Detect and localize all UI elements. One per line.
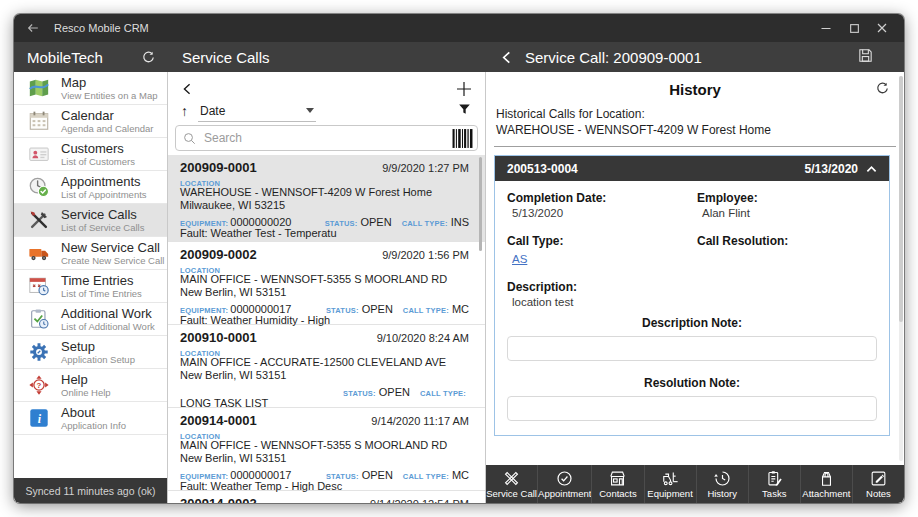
call-datetime: 9/14/2020 12:54 PM — [370, 498, 469, 503]
add-service-call-button[interactable] — [456, 81, 472, 97]
description-value: location test — [507, 295, 687, 310]
address-line2: New Berlin, WI 53151 — [180, 286, 469, 299]
address-line2: New Berlin, WI 53151 — [180, 452, 469, 465]
sidebar-item-customers[interactable]: CustomersList of Customers — [14, 138, 167, 171]
status-label: STATUS: — [326, 306, 359, 315]
detail-back-icon[interactable] — [500, 50, 513, 65]
search-icon — [183, 132, 196, 145]
sidebar-item-appointments[interactable]: AppointmentsList of Appointments — [14, 171, 167, 204]
service-call-row[interactable]: 200914-00019/14/2020 11:17 AM LOCATION M… — [168, 408, 485, 491]
sort-field-value: Date — [200, 104, 225, 118]
call-id: 200909-0001 — [180, 160, 257, 175]
help-icon: ? — [27, 374, 50, 397]
barcode-scan-icon[interactable] — [452, 129, 473, 148]
address-line1: MAIN OFFICE - ACCURATE-12500 CLEVELAND A… — [180, 356, 469, 369]
detail-scrollbar[interactable] — [899, 76, 903, 461]
call-id: 200914-0001 — [180, 413, 257, 428]
address-line2: New Berlin, WI 53151 — [180, 369, 469, 382]
status-value: OPEN — [360, 216, 391, 228]
detail-panel-title: Service Call: 200909-0001 — [525, 49, 702, 66]
additional-work-icon — [27, 308, 50, 331]
call-datetime: 9/9/2020 1:56 PM — [382, 249, 469, 261]
list-scrollbar[interactable] — [479, 157, 482, 251]
window-title: Resco Mobile CRM — [54, 22, 149, 34]
sidebar-item-sublabel: Application Info — [61, 420, 126, 431]
sidebar-item-new-service-call[interactable]: New Service CallCreate New Service Call — [14, 237, 167, 270]
save-icon[interactable] — [857, 47, 874, 67]
sidebar-item-about[interactable]: i AboutApplication Info — [14, 402, 167, 435]
minimize-button[interactable] — [812, 17, 840, 39]
service-calls-list-panel: ↑ Date 200909-000 — [168, 72, 486, 503]
address-line2: Milwaukee, WI 53215 — [180, 199, 469, 212]
sidebar-item-label: New Service Call — [61, 240, 164, 255]
description-label: Description: — [507, 280, 687, 295]
titlebar-back-icon[interactable] — [26, 21, 40, 35]
sync-status-bar: Synced 11 minutes ago (ok) — [14, 478, 167, 503]
status-value: OPEN — [362, 469, 393, 481]
search-box — [175, 125, 478, 151]
toolbar-attachment[interactable]: Attachment — [800, 465, 852, 503]
sidebar-item-label: Customers — [61, 141, 135, 156]
calendar-icon — [27, 110, 50, 133]
history-icon — [713, 469, 732, 488]
call-id: 200910-0001 — [180, 330, 257, 345]
toolbar-equipment[interactable]: Equipment — [644, 465, 696, 503]
call-id: 200914-0002 — [180, 496, 257, 503]
toolbar-notes[interactable]: Notes — [852, 465, 904, 503]
service-call-icon — [502, 469, 521, 488]
sidebar-item-calendar[interactable]: CalendarAgenda and Calendar — [14, 105, 167, 138]
attachment-icon — [817, 469, 836, 488]
refresh-icon[interactable] — [875, 81, 890, 100]
map-icon — [27, 77, 50, 100]
completion-date-value: 5/13/2020 — [507, 206, 687, 221]
address-line1: MAIN OFFICE - WENNSOFT-5355 S MOORLAND R… — [180, 273, 469, 286]
toolbar-contacts[interactable]: Contacts — [591, 465, 643, 503]
sidebar-item-sublabel: List of Additional Work — [61, 321, 155, 332]
sidebar-item-map[interactable]: MapView Entities on a Map — [14, 72, 167, 105]
chevron-down-icon — [306, 108, 314, 113]
description-note-input[interactable] — [507, 336, 877, 361]
sidebar-item-service-calls[interactable]: Service CallsList of Service Calls — [14, 204, 167, 237]
list-back-icon[interactable] — [181, 82, 193, 96]
resolution-note-input[interactable] — [507, 396, 877, 421]
time-entries-icon — [27, 275, 50, 298]
sort-ascending-icon[interactable]: ↑ — [181, 103, 188, 119]
call-datetime: 9/9/2020 1:27 PM — [382, 162, 469, 174]
sidebar-item-sublabel: Create New Service Call — [61, 255, 164, 266]
sidebar-item-sublabel: Agenda and Calendar — [61, 123, 153, 134]
sort-field-select[interactable]: Date — [198, 100, 316, 122]
call-type-link[interactable]: AS — [507, 252, 527, 267]
service-call-row[interactable]: 200909-00029/9/2020 1:56 PM LOCATION MAI… — [168, 242, 485, 325]
call-id: 200909-0002 — [180, 247, 257, 262]
history-detail-panel: History Historical Calls for Location: W… — [486, 72, 904, 503]
filter-icon[interactable] — [457, 102, 472, 121]
app-name[interactable]: MobileTech — [27, 49, 103, 66]
toolbar-appointment[interactable]: Appointment — [537, 465, 591, 503]
sidebar-item-label: Map — [61, 75, 157, 90]
sidebar-item-additional-work[interactable]: Additional WorkList of Additional Work — [14, 303, 167, 336]
sync-refresh-icon[interactable] — [141, 50, 156, 65]
service-call-row[interactable]: 200909-00019/9/2020 1:27 PM LOCATION WAR… — [168, 155, 485, 242]
sidebar-item-help[interactable]: ? HelpOnline Help — [14, 369, 167, 402]
sidebar-item-setup[interactable]: SetupApplication Setup — [14, 336, 167, 369]
customers-icon — [27, 143, 50, 166]
sidebar-item-time-entries[interactable]: Time EntriesList of Time Entries — [14, 270, 167, 303]
service-call-row[interactable]: 200910-00019/10/2020 8:24 AM LOCATION MA… — [168, 325, 485, 408]
sidebar-item-sublabel: List of Service Calls — [61, 222, 144, 233]
appointments-icon — [27, 176, 50, 199]
call-datetime: 9/10/2020 8:24 AM — [377, 332, 469, 344]
call-datetime: 9/14/2020 11:17 AM — [371, 415, 469, 427]
toolbar-service-call[interactable]: Service Call — [486, 465, 537, 503]
close-button[interactable] — [868, 17, 896, 39]
call-type-label: CALL TYPE: — [403, 472, 449, 481]
historical-call-id: 200513-0004 — [507, 162, 578, 176]
historical-call-card-header[interactable]: 200513-0004 5/13/2020 — [495, 156, 889, 181]
completion-date-label: Completion Date: — [507, 191, 687, 206]
call-type-value: MC — [452, 303, 469, 315]
toolbar-history[interactable]: History — [696, 465, 748, 503]
call-type-label: CALL TYPE: — [402, 219, 448, 228]
toolbar-tasks[interactable]: Tasks — [748, 465, 800, 503]
service-call-list: 200909-00019/9/2020 1:27 PM LOCATION WAR… — [168, 155, 485, 503]
maximize-button[interactable] — [840, 17, 868, 39]
search-input[interactable] — [202, 130, 446, 146]
